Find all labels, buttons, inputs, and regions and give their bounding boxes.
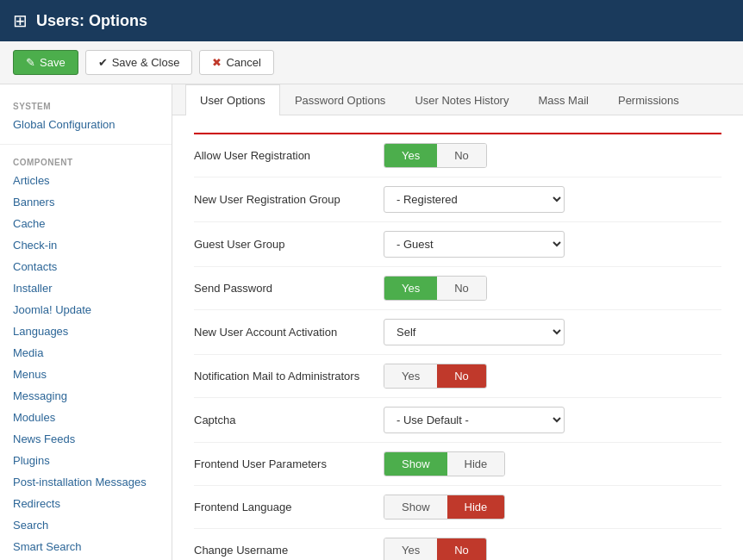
x-icon: ✖ — [212, 56, 222, 69]
frontend-language-toggle: Show Hide — [384, 495, 505, 520]
change-username-label: Change Username — [194, 544, 384, 557]
sidebar-item-languages[interactable]: Languages — [0, 320, 172, 342]
component-section-label: COMPONENT — [0, 153, 172, 170]
send-password-label: Send Password — [194, 282, 384, 295]
notification-mail-toggle: Yes No — [384, 364, 487, 389]
tab-user-options[interactable]: User Options — [185, 84, 280, 115]
account-activation-label: New User Account Activation — [194, 326, 384, 339]
sidebar-item-search[interactable]: Search — [0, 514, 172, 536]
send-password-no[interactable]: No — [437, 277, 486, 300]
tab-permissions[interactable]: Permissions — [603, 84, 694, 115]
content-area: User Options Password Options User Notes… — [172, 84, 743, 560]
page-header: ⊞ Users: Options — [0, 0, 743, 41]
app-icon: ⊞ — [13, 10, 28, 31]
toolbar: ✎ Save ✔ Save & Close ✖ Cancel — [0, 41, 743, 84]
notification-mail-no[interactable]: No — [437, 364, 486, 388]
form-row-registration-group: New User Registration Group - Registered… — [194, 177, 721, 222]
form-row-account-activation: New User Account Activation None Self Ad… — [194, 310, 721, 355]
sidebar-item-modules[interactable]: Modules — [0, 407, 172, 428]
captcha-select[interactable]: - Use Default - None — [384, 407, 565, 433]
form-row-change-username: Change Username Yes No — [194, 529, 721, 560]
change-username-toggle: Yes No — [384, 538, 487, 560]
sidebar-item-media[interactable]: Media — [0, 342, 172, 364]
frontend-params-show[interactable]: Show — [384, 452, 447, 476]
sidebar: SYSTEM Global Configuration COMPONENT Ar… — [0, 84, 172, 560]
sidebar-item-cache[interactable]: Cache — [0, 213, 172, 234]
change-username-no[interactable]: No — [437, 538, 486, 560]
tab-user-notes-history[interactable]: User Notes History — [400, 84, 523, 115]
form-row-captcha: Captcha - Use Default - None — [194, 398, 721, 443]
sidebar-item-banners[interactable]: Banners — [0, 191, 172, 213]
form-row-allow-registration: Allow User Registration Yes No — [194, 133, 721, 177]
notification-mail-label: Notification Mail to Administrators — [194, 370, 384, 383]
allow-registration-yes[interactable]: Yes — [384, 144, 437, 167]
captcha-label: Captcha — [194, 414, 384, 426]
tab-mass-mail[interactable]: Mass Mail — [523, 84, 603, 115]
save-icon: ✎ — [26, 56, 35, 69]
form-row-guest-group: Guest User Group - Guest Public Register… — [194, 222, 721, 267]
sidebar-item-news-feeds[interactable]: News Feeds — [0, 428, 172, 450]
page-title: Users: Options — [36, 12, 147, 30]
sidebar-item-menus[interactable]: Menus — [0, 364, 172, 385]
sidebar-item-articles[interactable]: Articles — [0, 170, 172, 191]
frontend-params-hide[interactable]: Hide — [447, 452, 505, 476]
sidebar-item-installer[interactable]: Installer — [0, 277, 172, 299]
send-password-yes[interactable]: Yes — [384, 277, 437, 300]
save-button[interactable]: ✎ Save — [13, 50, 78, 75]
frontend-language-hide[interactable]: Hide — [447, 495, 505, 519]
form-area: Allow User Registration Yes No New User … — [172, 115, 743, 560]
main-layout: SYSTEM Global Configuration COMPONENT Ar… — [0, 84, 743, 560]
sidebar-item-redirects[interactable]: Redirects — [0, 493, 172, 514]
cancel-button[interactable]: ✖ Cancel — [199, 50, 273, 75]
change-username-yes[interactable]: Yes — [384, 538, 437, 560]
form-row-send-password: Send Password Yes No — [194, 267, 721, 310]
save-close-button[interactable]: ✔ Save & Close — [85, 50, 193, 75]
sidebar-item-post-installation[interactable]: Post-installation Messages — [0, 471, 172, 493]
sidebar-item-joomla-update[interactable]: Joomla! Update — [0, 299, 172, 320]
frontend-language-show[interactable]: Show — [384, 495, 447, 519]
check-icon: ✔ — [98, 56, 108, 69]
form-row-frontend-language: Frontend Language Show Hide — [194, 486, 721, 529]
sidebar-item-checkin[interactable]: Check-in — [0, 234, 172, 256]
frontend-params-label: Frontend User Parameters — [194, 457, 384, 470]
account-activation-select[interactable]: None Self Admin — [384, 319, 565, 345]
sidebar-item-plugins[interactable]: Plugins — [0, 450, 172, 471]
sidebar-item-messaging[interactable]: Messaging — [0, 385, 172, 407]
sidebar-item-contacts[interactable]: Contacts — [0, 256, 172, 277]
allow-registration-toggle: Yes No — [384, 143, 487, 168]
frontend-params-toggle: Show Hide — [384, 451, 505, 476]
system-section-label: SYSTEM — [0, 97, 172, 114]
guest-group-label: Guest User Group — [194, 238, 384, 251]
allow-registration-label: Allow User Registration — [194, 149, 384, 162]
form-row-notification-mail: Notification Mail to Administrators Yes … — [194, 355, 721, 398]
sidebar-item-global-configuration[interactable]: Global Configuration — [0, 114, 172, 135]
notification-mail-yes[interactable]: Yes — [384, 364, 437, 388]
guest-group-select[interactable]: - Guest Public Registered — [384, 231, 565, 258]
sidebar-item-smart-search[interactable]: Smart Search — [0, 536, 172, 557]
frontend-language-label: Frontend Language — [194, 501, 384, 513]
registration-group-label: New User Registration Group — [194, 193, 384, 206]
tab-password-options[interactable]: Password Options — [280, 84, 401, 115]
send-password-toggle: Yes No — [384, 276, 487, 301]
registration-group-select[interactable]: - Registered Administrator Author Editor… — [384, 186, 565, 213]
tab-bar: User Options Password Options User Notes… — [172, 84, 743, 115]
form-row-frontend-params: Frontend User Parameters Show Hide — [194, 443, 721, 486]
allow-registration-no[interactable]: No — [437, 144, 486, 167]
